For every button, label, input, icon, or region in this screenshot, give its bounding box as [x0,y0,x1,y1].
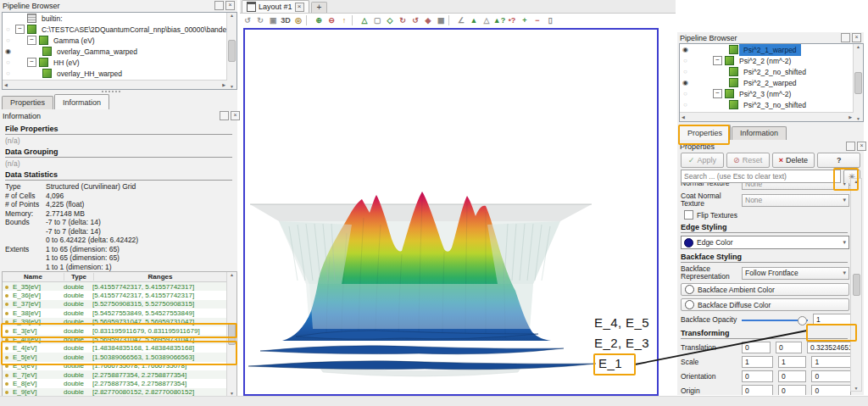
scroll-up-icon[interactable]: ▲ [230,13,234,18]
new-layout-tab-button[interactable]: + [311,2,328,13]
visibility-eye-icon[interactable]: ◉ [680,79,691,86]
tab-properties[interactable]: Properties [679,125,731,140]
tree-horizontal-scrollbar[interactable]: ◀ ▶ [680,112,854,121]
zoom-to-data-icon[interactable]: ◎ [292,14,304,26]
float-panel-icon[interactable] [841,33,850,42]
pipeline-item-label[interactable]: overlay_HH_warped [54,70,125,78]
backface-diffuse-color-button[interactable]: Backface Diffuse Color [681,298,849,311]
hover-points-query-icon[interactable]: •? [506,14,518,26]
flip-textures-checkbox[interactable] [684,210,693,220]
zoom-box-icon[interactable]: ▢ [371,14,383,26]
column-header-ranges[interactable]: Ranges [94,273,227,281]
search-input[interactable] [681,170,841,183]
visibility-eye-icon[interactable]: ○ [680,90,691,97]
scale-z-field[interactable]: 1 [811,356,851,368]
orientation-z-field[interactable]: 0 [811,370,851,382]
pipeline-item[interactable]: ○ − C:\TESTCASE\2DQuantumCorral_nnp\bias… [3,24,236,35]
scroll-up-icon[interactable]: ▲ [230,272,234,277]
tab-information[interactable]: Information [732,126,787,140]
pipeline-item[interactable]: ◉ Psi^2_1_warped [680,44,863,55]
expander-icon[interactable]: − [15,25,25,34]
apply-button[interactable]: ✓Apply [681,153,724,168]
pan-mode-icon[interactable]: ◇ [384,14,396,26]
close-panel-icon[interactable]: × [225,1,235,10]
backface-ambient-color-button[interactable]: Backface Ambient Color [681,283,849,296]
backface-opacity-slider[interactable] [742,314,808,325]
remove-view-icon[interactable]: − [531,14,543,26]
close-tab-icon[interactable]: × [295,3,304,12]
reset-button[interactable]: ⊘Reset [726,153,770,168]
visibility-eye-icon[interactable]: ○ [680,68,691,75]
scroll-thumb[interactable] [853,274,860,296]
scale-x-field[interactable]: 1 [742,356,773,368]
properties-vertical-scrollbar[interactable]: ▲ ▼ [850,178,862,392]
data-array-row[interactable]: E_3[eV] double [0.831195911679, 0.831195… [3,326,236,335]
scroll-thumb[interactable] [228,323,236,345]
close-panel-icon[interactable]: × [231,111,240,120]
scroll-right-icon[interactable]: ▶ [849,114,852,120]
translation-x-field[interactable]: 0 [742,342,771,353]
pipeline-item-label[interactable]: Gamma (eV) [51,36,97,45]
float-panel-icon[interactable] [214,1,224,10]
toolbar-separator[interactable] [306,15,312,25]
data-array-row[interactable]: E_7[eV] double [2.2758877354, 2.27588773… [3,370,236,379]
tab-properties[interactable]: Properties [2,96,53,109]
expander-icon[interactable]: − [27,58,36,67]
float-panel-icon[interactable] [846,142,855,151]
pipeline-item-label[interactable]: Psi^2_2_no_shifted [741,68,809,76]
pipeline-item-label[interactable]: builtin: [39,14,65,23]
capture-screenshot-icon[interactable]: ▣ [267,14,279,26]
select-points-icon[interactable]: △ [481,14,492,26]
delete-button[interactable]: ×Delete [772,153,815,168]
coat-normal-texture-dropdown[interactable]: None▾ [742,194,849,207]
expander-icon[interactable]: − [27,36,36,45]
visibility-eye-icon[interactable]: ○ [680,101,691,108]
backface-representation-dropdown[interactable]: Follow Frontface▾ [742,267,849,280]
scroll-right-icon[interactable]: ▶ [222,82,225,87]
close-panel-icon[interactable]: × [857,142,866,151]
pipeline-item-label[interactable]: Psi^2_1_warped [741,46,799,54]
pipeline-item-label[interactable]: Psi^2_3 (nm^-2) [737,90,793,98]
scroll-thumb[interactable] [228,40,236,62]
expander-icon[interactable]: − [713,89,722,98]
orientation-x-field[interactable]: 0 [742,370,773,382]
toggle-2d3d-icon[interactable]: 3D [280,14,292,26]
visibility-eye-icon[interactable]: ○ [680,57,691,64]
visibility-eye-icon[interactable]: ○ [3,36,14,44]
scroll-down-icon[interactable]: ▼ [856,116,860,121]
data-array-row[interactable]: E_37[eV] double [5.52750908315, 5.527509… [3,300,236,309]
pipeline-item[interactable]: ○ − Gamma (eV) [3,35,236,46]
select-surface-icon[interactable]: ▲ [468,14,480,26]
visibility-eye-icon[interactable]: ○ [3,58,14,66]
reset-camera-closest-icon[interactable]: ↑ [338,14,350,26]
toolbar-separator[interactable] [448,15,454,25]
data-array-row[interactable]: E_38[eV] double [5.54527553849, 5.545275… [3,309,236,317]
help-button[interactable]: ? [817,153,860,168]
data-array-row[interactable]: E_39[eV] double [5.56959731047, 5.569597… [3,318,236,326]
visibility-eye-icon[interactable]: ○ [3,25,14,33]
measure-icon[interactable]: ∠ [455,14,467,26]
zoom-out-icon[interactable]: ⊖ [326,14,337,26]
scroll-left-icon[interactable]: ◀ [4,82,8,87]
visibility-eye-icon[interactable]: ◉ [680,46,691,53]
float-panel-icon[interactable] [220,111,229,120]
tree-vertical-scrollbar[interactable]: ▲ ▼ [226,13,236,89]
tree-vertical-scrollbar[interactable]: ▲ ▼ [853,44,863,121]
close-panel-icon[interactable]: × [852,33,861,42]
tab-layout-1[interactable]: Layout #1 × [242,0,309,13]
pipeline-item[interactable]: ◉ Psi^2_2_warped [680,77,863,88]
add-view-icon[interactable]: + [519,14,531,26]
scroll-up-icon[interactable]: ▲ [854,179,859,184]
tab-information[interactable]: Information [54,94,109,109]
spin-view-icon[interactable]: ◈ [422,14,434,26]
splitter-handle[interactable] [102,91,120,92]
reset-camera-icon[interactable]: △ [359,14,370,26]
data-array-row[interactable]: E_8[eV] double [2.2758877354, 2.27588773… [3,379,236,387]
pipeline-item-label[interactable]: HH (eV) [51,58,82,67]
backface-opacity-value[interactable]: 1 [813,314,851,325]
rotate-clockwise-icon[interactable]: ↻ [397,14,409,26]
scroll-left-icon[interactable]: ◀ [682,114,685,120]
data-array-row[interactable]: E_5[eV] double [1.50389066563, 1.5038906… [3,353,236,361]
pipeline-item[interactable]: builtin: [3,13,236,24]
visibility-eye-icon[interactable]: ○ [3,70,14,77]
